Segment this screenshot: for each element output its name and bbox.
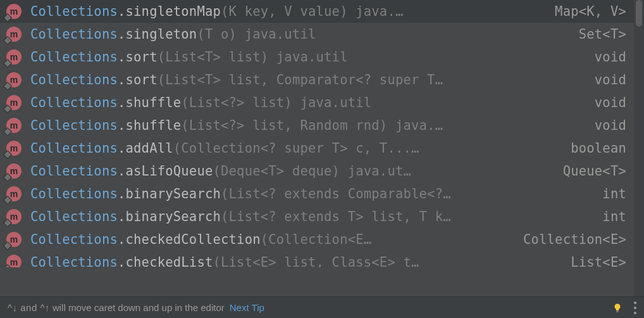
return-type: void — [577, 72, 626, 87]
class-name: Collections — [30, 27, 118, 42]
signature-text: (List<E> list, Class<E> t… — [213, 255, 419, 267]
signature-text: (Collection<E… — [261, 232, 372, 247]
next-tip-link[interactable]: Next Tip — [230, 302, 264, 313]
method-icon: m — [6, 209, 22, 224]
signature-text: (List<?> list) java.util — [181, 95, 371, 110]
method-icon: m — [6, 72, 22, 87]
completion-row[interactable]: m Collections.singletonMap(K key, V valu… — [0, 0, 634, 23]
completion-text: Collections.singletonMap(K key, V value)… — [30, 4, 537, 19]
completion-row[interactable]: m Collections.binarySearch(List<? extend… — [0, 182, 634, 205]
class-name: Collections — [30, 232, 118, 247]
class-name: Collections — [30, 49, 118, 65]
completion-row[interactable]: m Collections.shuffle(List<?> list, Rand… — [0, 114, 634, 137]
return-type: boolean — [553, 141, 626, 156]
class-name: Collections — [30, 141, 118, 156]
method-name: shuffle — [126, 118, 182, 133]
return-type: Set<T> — [561, 27, 626, 42]
svg-rect-0 — [616, 310, 619, 311]
class-name: Collections — [30, 72, 118, 87]
completion-text: Collections.asLifoQueue(Deque<T> deque) … — [30, 163, 545, 179]
signature-text: (List<T> list) java.util — [158, 49, 348, 65]
signature-text: (List<?> list, Random rnd) java.… — [181, 118, 443, 133]
svg-rect-1 — [616, 312, 618, 312]
scrollbar-track[interactable] — [634, 0, 644, 296]
code-completion-popup: m Collections.singletonMap(K key, V valu… — [0, 0, 644, 318]
method-name: addAll — [126, 141, 173, 156]
signature-text: (Collection<? super T> c, T...… — [173, 141, 419, 156]
return-type: List<E> — [553, 255, 626, 267]
class-name: Collections — [30, 118, 118, 133]
footer-keymap: ^↓ and ^↑ — [8, 302, 50, 313]
method-name: singletonMap — [126, 4, 221, 19]
method-icon: m — [6, 4, 22, 19]
completion-row[interactable]: m Collections.binarySearch(List<? extend… — [0, 205, 634, 228]
signature-text: (Deque<T> deque) java.ut… — [213, 163, 411, 179]
method-name: binarySearch — [126, 209, 221, 224]
return-type: void — [577, 49, 626, 65]
completion-row[interactable]: m Collections.sort(List<T> list, Compara… — [0, 68, 634, 91]
class-name: Collections — [30, 209, 118, 224]
completion-row[interactable]: m Collections.shuffle(List<?> list) java… — [0, 91, 634, 114]
method-icon: m — [6, 27, 22, 42]
completion-text: Collections.singleton(T o) java.util — [30, 27, 561, 42]
method-name: checkedCollection — [126, 232, 261, 247]
completion-text: Collections.shuffle(List<?> list, Random… — [30, 118, 577, 133]
completion-text: Collections.binarySearch(List<? extends … — [30, 186, 585, 201]
class-name: Collections — [30, 255, 118, 267]
completion-row[interactable]: m Collections.sort(List<T> list) java.ut… — [0, 46, 634, 68]
return-type: int — [585, 186, 626, 201]
completion-list[interactable]: m Collections.singletonMap(K key, V valu… — [0, 0, 634, 296]
method-name: sort — [126, 49, 158, 65]
completion-text: Collections.sort(List<T> list, Comparato… — [30, 72, 577, 87]
completion-text: Collections.sort(List<T> list) java.util — [30, 49, 577, 65]
bulb-icon[interactable] — [612, 303, 622, 313]
completion-text: Collections.binarySearch(List<? extends … — [30, 209, 585, 224]
class-name: Collections — [30, 4, 118, 19]
method-name: shuffle — [126, 95, 182, 110]
method-icon: m — [6, 49, 22, 65]
completion-row[interactable]: m Collections.checkedList(List<E> list, … — [0, 251, 634, 267]
return-type: int — [585, 209, 626, 224]
completion-row[interactable]: m Collections.addAll(Collection<? super … — [0, 137, 634, 160]
return-type: Queue<T> — [545, 163, 626, 179]
class-name: Collections — [30, 163, 118, 179]
return-type: Map<K, V> — [537, 4, 626, 19]
signature-text: (T o) java.util — [197, 27, 316, 42]
footer-bar: ^↓ and ^↑ will move caret down and up in… — [0, 296, 644, 318]
method-name: singleton — [126, 27, 197, 42]
signature-text: (List<? extends Comparable<?… — [221, 186, 451, 201]
signature-text: (List<T> list, Comparator<? super T… — [158, 72, 443, 87]
return-type: void — [577, 118, 626, 133]
method-icon: m — [6, 232, 22, 247]
signature-text: (K key, V value) java.… — [221, 4, 403, 19]
method-name: binarySearch — [126, 186, 221, 201]
scrollbar-thumb[interactable] — [636, 0, 642, 27]
class-name: Collections — [30, 95, 118, 110]
method-icon: m — [6, 141, 22, 156]
method-name: checkedList — [126, 255, 213, 267]
class-name: Collections — [30, 186, 118, 201]
completion-text: Collections.shuffle(List<?> list) java.u… — [30, 95, 577, 110]
method-name: sort — [126, 72, 158, 87]
signature-text: (List<? extends T> list, T k… — [221, 209, 451, 224]
completion-text: Collections.checkedList(List<E> list, Cl… — [30, 255, 553, 267]
method-name: asLifoQueue — [126, 163, 213, 179]
footer-hint: will move caret down and up in the edito… — [53, 302, 225, 313]
completion-text: Collections.addAll(Collection<? super T>… — [30, 141, 553, 156]
method-icon: m — [6, 186, 22, 201]
more-icon[interactable] — [634, 302, 636, 314]
method-icon: m — [6, 118, 22, 133]
method-icon: m — [6, 163, 22, 179]
return-type: void — [577, 95, 626, 110]
completion-row[interactable]: m Collections.asLifoQueue(Deque<T> deque… — [0, 160, 634, 182]
return-type: Collection<E> — [505, 232, 626, 247]
method-icon: m — [6, 95, 22, 110]
completion-text: Collections.checkedCollection(Collection… — [30, 232, 505, 247]
completion-row[interactable]: m Collections.checkedCollection(Collecti… — [0, 228, 634, 251]
completion-row[interactable]: m Collections.singleton(T o) java.util S… — [0, 23, 634, 46]
method-icon: m — [6, 255, 22, 267]
